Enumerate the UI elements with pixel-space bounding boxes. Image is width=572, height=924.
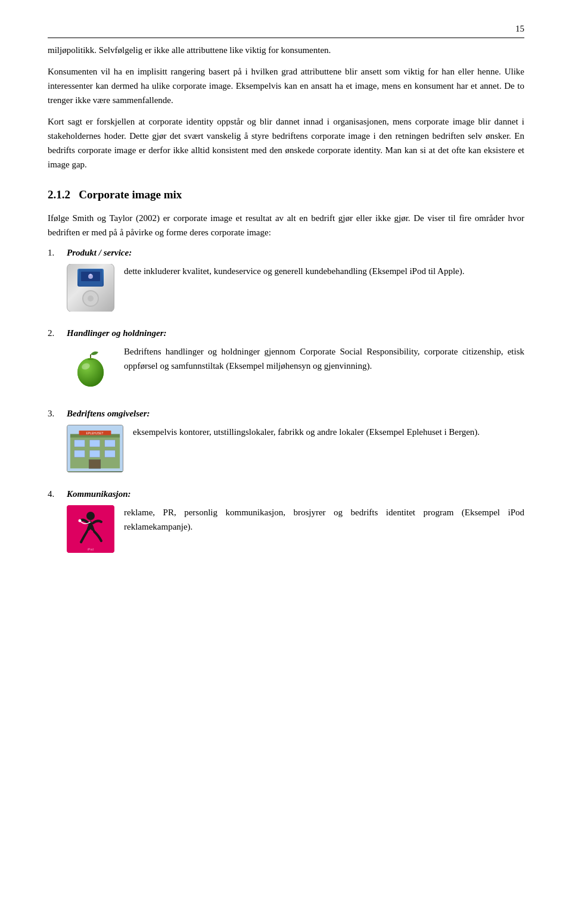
svg-point-6 xyxy=(77,358,104,387)
list-label-2: Handlinger og holdninger: xyxy=(67,328,524,338)
list-item-1: 1. Produkt / service: xyxy=(48,248,524,312)
list-item-4: 4. Kommunikasjon: xyxy=(48,489,524,553)
list-number-4: 4. xyxy=(48,489,67,553)
apple-image xyxy=(67,344,114,392)
list-number-2: 2. xyxy=(48,328,67,392)
svg-rect-17 xyxy=(89,460,101,469)
list-label-1: Produkt / service: xyxy=(67,248,524,258)
svg-rect-16 xyxy=(105,450,116,458)
list-content-3: Bedriftens omgivelser: xyxy=(67,409,524,472)
section-title: 2.1.2 Corporate image mix xyxy=(48,188,524,201)
section-title-text: Corporate image mix xyxy=(79,188,182,201)
list-image-text-1: dette inkluderer kvalitet, kundeservice … xyxy=(67,264,524,312)
page: 15 miljøpolitikk. Selvfølgelig er ikke a… xyxy=(0,0,572,924)
list-image-text-4: iPod reklame, PR, personlig kommunikasjo… xyxy=(67,505,524,553)
list-content-1: Produkt / service: xyxy=(67,248,524,312)
list-text-1: dette inkluderer kvalitet, kundeservice … xyxy=(124,264,524,278)
svg-text:EPLEHUSET: EPLEHUSET xyxy=(86,432,104,435)
list-number-1: 1. xyxy=(48,248,67,312)
svg-rect-13 xyxy=(105,440,116,447)
ipod-image xyxy=(67,264,114,312)
paragraph-3: Kort sagt er forskjellen at corporate id… xyxy=(48,114,524,172)
list-label-3: Bedriftens omgivelser: xyxy=(67,409,524,419)
paragraph-2: Konsumenten vil ha en implisitt rangerin… xyxy=(48,64,524,107)
list-number-3: 3. xyxy=(48,409,67,472)
svg-point-22 xyxy=(79,519,82,522)
list-label-4: Kommunikasjon: xyxy=(67,489,524,499)
svg-rect-11 xyxy=(74,440,85,447)
list-image-text-3: EPLEHUSET eksempelvis kontorer, utstilli… xyxy=(67,425,524,472)
list-item-3: 3. Bedriftens omgivelser: xyxy=(48,409,524,472)
intro-paragraph: Ifølge Smith og Taylor (2002) er corpora… xyxy=(48,211,524,239)
paragraph-1: miljøpolitikk. Selvfølgelig er ikke alle… xyxy=(48,43,524,57)
list-text-3: eksempelvis kontorer, utstillingslokaler… xyxy=(133,425,524,439)
section-number: 2.1.2 xyxy=(48,188,70,201)
list-item-2: 2. Handlinger og holdninger: xyxy=(48,328,524,392)
page-number-text: 15 xyxy=(515,24,524,33)
svg-rect-15 xyxy=(89,450,100,458)
svg-rect-12 xyxy=(89,440,100,447)
list-text-2: Bedriftens handlinger og holdninger gjen… xyxy=(124,344,524,373)
svg-text:iPod: iPod xyxy=(88,547,94,551)
store-image: EPLEHUSET xyxy=(67,425,123,472)
list-content-2: Handlinger og holdninger: xyxy=(67,328,524,392)
svg-rect-14 xyxy=(74,450,85,458)
page-number: 15 xyxy=(48,24,524,38)
dance-image: iPod xyxy=(67,505,114,553)
list-content-4: Kommunikasjon: xyxy=(67,489,524,553)
svg-point-21 xyxy=(86,512,95,520)
list-image-text-2: Bedriftens handlinger og holdninger gjen… xyxy=(67,344,524,392)
list-text-4: reklame, PR, personlig kommunikasjon, br… xyxy=(124,505,524,534)
svg-point-3 xyxy=(89,274,92,276)
